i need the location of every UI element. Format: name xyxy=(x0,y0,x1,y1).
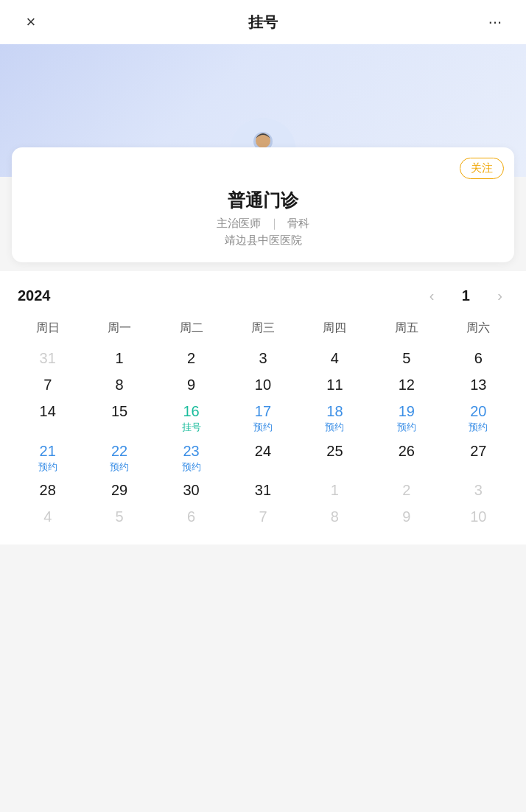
day-number: 1 xyxy=(116,349,124,367)
calendar-cell: 10 xyxy=(227,371,298,398)
calendar-cell: 3 xyxy=(443,477,514,503)
calendar-cell[interactable]: 20预约 xyxy=(443,398,514,438)
day-number: 8 xyxy=(331,508,339,525)
day-number: 28 xyxy=(40,481,56,499)
calendar-cell: 8 xyxy=(83,371,155,398)
calendar-cell: 11 xyxy=(299,371,371,398)
close-button[interactable]: × xyxy=(18,13,44,32)
day-number: 21 xyxy=(40,442,56,460)
calendar-cell: 31 xyxy=(227,477,298,503)
day-number: 27 xyxy=(470,442,486,460)
prev-month-button[interactable]: ‹ xyxy=(424,284,441,307)
weekday-label: 周二 xyxy=(155,315,227,345)
day-label: 预约 xyxy=(253,421,273,433)
day-number: 1 xyxy=(331,481,339,499)
day-number: 15 xyxy=(111,402,127,420)
calendar-cell[interactable]: 21预约 xyxy=(12,438,83,477)
day-label: 预约 xyxy=(469,421,488,433)
calendar-cell: 6 xyxy=(155,503,227,530)
profile-subtitle: 主治医师 ｜ 骨科 xyxy=(27,217,499,231)
day-number: 14 xyxy=(40,402,56,420)
day-number: 8 xyxy=(116,376,124,393)
calendar-month-nav: ‹ 1 › xyxy=(424,284,508,307)
day-number: 5 xyxy=(116,508,124,525)
calendar-cell: 2 xyxy=(155,345,227,371)
day-number: 18 xyxy=(326,402,343,420)
day-number: 9 xyxy=(402,508,410,525)
day-number: 30 xyxy=(183,481,199,499)
day-number: 13 xyxy=(470,376,486,393)
day-number: 25 xyxy=(326,442,343,460)
calendar-cell[interactable]: 19预约 xyxy=(371,398,442,438)
calendar-cell: 7 xyxy=(12,371,83,398)
day-label: 预约 xyxy=(397,421,416,433)
calendar-cell: 13 xyxy=(443,371,514,398)
day-number: 29 xyxy=(111,481,127,499)
day-number: 10 xyxy=(255,376,271,393)
profile-card: 关注 普通门诊 主治医师 ｜ 骨科 靖边县中医医院 xyxy=(12,147,514,262)
profile-hospital: 靖边县中医医院 xyxy=(27,234,499,248)
day-number: 31 xyxy=(40,349,56,367)
day-number: 23 xyxy=(183,442,199,460)
day-number: 4 xyxy=(43,508,52,525)
calendar-cell[interactable]: 23预约 xyxy=(155,438,227,477)
calendar-cell[interactable]: 17预约 xyxy=(227,398,298,438)
calendar-cell: 28 xyxy=(12,477,83,503)
day-number: 24 xyxy=(255,442,271,460)
weekday-label: 周四 xyxy=(299,315,371,345)
calendar-cell: 15 xyxy=(83,398,155,438)
more-button[interactable]: ··· xyxy=(482,13,508,32)
calendar-cell: 9 xyxy=(371,503,442,530)
calendar-cell[interactable]: 18预约 xyxy=(299,398,371,438)
svg-point-1 xyxy=(256,133,270,148)
next-month-button[interactable]: › xyxy=(491,284,508,307)
weekday-label: 周日 xyxy=(12,315,83,345)
calendar-cell: 5 xyxy=(83,503,155,530)
weekday-header-row: 周日周一周二周三周四周五周六 xyxy=(12,315,514,345)
day-number: 3 xyxy=(474,481,483,499)
calendar-cell: 3 xyxy=(227,345,298,371)
profile-title: 主治医师 xyxy=(217,217,261,229)
calendar-cell: 4 xyxy=(12,503,83,530)
day-number: 7 xyxy=(259,508,267,525)
calendar-row: 31123456 xyxy=(12,345,514,371)
weekday-label: 周五 xyxy=(371,315,442,345)
calendar-cell: 6 xyxy=(443,345,514,371)
day-number: 4 xyxy=(331,349,339,367)
calendar-cell[interactable]: 16挂号 xyxy=(155,398,227,438)
follow-button[interactable]: 关注 xyxy=(460,158,504,179)
day-number: 20 xyxy=(470,402,486,420)
calendar-row: 141516挂号17预约18预约19预约20预约 xyxy=(12,398,514,438)
day-number: 5 xyxy=(402,349,410,367)
calendar-cell: 29 xyxy=(83,477,155,503)
day-label: 预约 xyxy=(182,461,201,473)
day-number: 10 xyxy=(470,508,486,525)
calendar-cell: 24 xyxy=(227,438,298,477)
calendar-month: 1 xyxy=(455,287,477,304)
calendar-cell: 31 xyxy=(12,345,83,371)
calendar-cell: 10 xyxy=(443,503,514,530)
day-number: 2 xyxy=(402,481,410,499)
day-number: 12 xyxy=(399,376,415,393)
day-number: 2 xyxy=(187,349,195,367)
calendar-cell: 12 xyxy=(371,371,442,398)
calendar-cell: 5 xyxy=(371,345,442,371)
calendar-cell: 9 xyxy=(155,371,227,398)
calendar-row: 78910111213 xyxy=(12,371,514,398)
calendar-nav: 2024 ‹ 1 › xyxy=(12,271,514,315)
calendar-row: 45678910 xyxy=(12,503,514,530)
calendar-cell: 1 xyxy=(299,477,371,503)
header: × 挂号 ··· xyxy=(0,0,526,44)
calendar-cell[interactable]: 22预约 xyxy=(83,438,155,477)
calendar-cell: 1 xyxy=(83,345,155,371)
divider: ｜ xyxy=(269,217,280,229)
day-number: 17 xyxy=(255,402,271,420)
day-label: 预约 xyxy=(38,461,57,473)
day-label: 预约 xyxy=(325,421,344,433)
calendar-cell: 7 xyxy=(227,503,298,530)
day-number: 16 xyxy=(183,402,199,420)
calendar-row: 21预约22预约23预约24252627 xyxy=(12,438,514,477)
calendar-section: 2024 ‹ 1 › 周日周一周二周三周四周五周六 31123456789101… xyxy=(0,271,526,545)
day-number: 19 xyxy=(399,402,415,420)
calendar-cell: 26 xyxy=(371,438,442,477)
